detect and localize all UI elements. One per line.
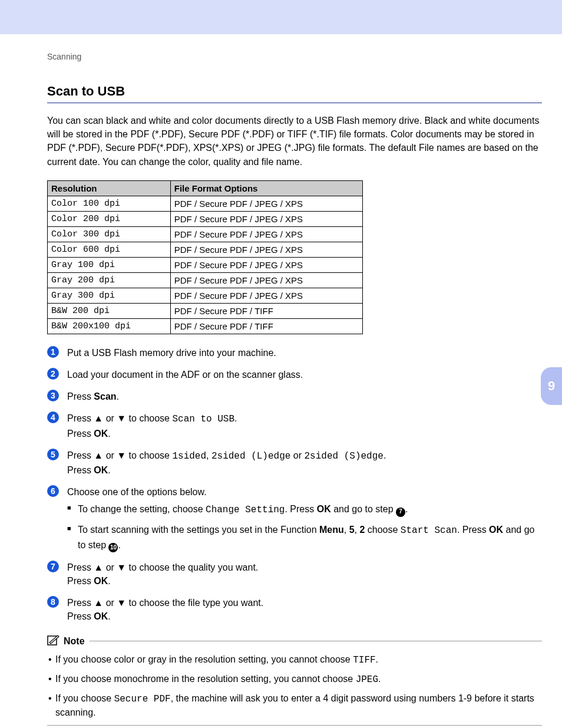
step-text: and go to step bbox=[331, 504, 396, 514]
step-6-option-b: To start scanning with the settings you … bbox=[67, 523, 542, 552]
up-arrow-icon: ▲ bbox=[94, 562, 103, 572]
step-text: Press bbox=[67, 465, 94, 475]
step-text: . bbox=[118, 540, 120, 550]
step-list: Put a USB Flash memory drive into your m… bbox=[47, 346, 542, 624]
step-text: or bbox=[103, 413, 117, 423]
step-text: . bbox=[108, 429, 110, 439]
note-text: . bbox=[378, 674, 381, 684]
note-list: If you choose color or gray in the resol… bbox=[47, 653, 542, 720]
note-item: If you choose Secure PDF, the machine wi… bbox=[47, 692, 542, 719]
note-text: If you choose monochrome in the resoluti… bbox=[55, 674, 356, 684]
step-text: or bbox=[103, 450, 117, 460]
content-area: Scan to USB You can scan black and white… bbox=[47, 84, 542, 728]
note-label: Note bbox=[64, 636, 85, 647]
step-text: . bbox=[108, 465, 110, 475]
format-name: JPEG bbox=[356, 674, 378, 685]
step-text: . bbox=[405, 504, 408, 514]
step-text: , bbox=[206, 450, 211, 460]
down-arrow-icon: ▼ bbox=[117, 562, 126, 572]
menu-option: Change Setting bbox=[206, 505, 285, 515]
step-text: . Press bbox=[457, 525, 489, 535]
step-text: to choose the file type you want. bbox=[126, 598, 263, 608]
page-title: Scan to USB bbox=[47, 84, 542, 103]
table-row: Color 200 dpiPDF / Secure PDF / JPEG / X… bbox=[48, 211, 363, 226]
step-6-options: To change the setting, choose Change Set… bbox=[67, 502, 542, 552]
resolution-cell: Color 100 dpi bbox=[48, 196, 171, 211]
step-7: Press ▲ or ▼ to choose the quality you w… bbox=[47, 561, 542, 588]
resolution-cell: B&W 200x100 dpi bbox=[48, 318, 171, 334]
step-text: Press bbox=[67, 562, 94, 572]
format-cell: PDF / Secure PDF / JPEG / XPS bbox=[170, 288, 362, 303]
note-text: If you choose color or gray in the resol… bbox=[55, 654, 353, 664]
step-text: or bbox=[103, 562, 117, 572]
format-cell: PDF / Secure PDF / TIFF bbox=[170, 318, 362, 334]
scan-key-label: Scan bbox=[94, 391, 116, 401]
note-text: . bbox=[376, 654, 378, 664]
step-text: Press bbox=[67, 413, 94, 423]
step-text: to choose the quality you want. bbox=[126, 562, 258, 572]
step-text: Press bbox=[67, 429, 94, 439]
table-row: Gray 200 dpiPDF / Secure PDF / JPEG / XP… bbox=[48, 272, 363, 288]
step-text: Put a USB Flash memory drive into your m… bbox=[67, 348, 276, 358]
note-heading: Note bbox=[47, 634, 542, 648]
step-text: To start scanning with the settings you … bbox=[78, 525, 319, 535]
resolution-cell: Gray 100 dpi bbox=[48, 257, 171, 272]
format-cell: PDF / Secure PDF / JPEG / XPS bbox=[170, 272, 362, 288]
chapter-tab: 9 bbox=[541, 367, 562, 405]
menu-key-label: Menu bbox=[319, 525, 344, 535]
step-text: . bbox=[384, 450, 386, 460]
note-item: If you choose monochrome in the resoluti… bbox=[47, 673, 542, 686]
step-1: Put a USB Flash memory drive into your m… bbox=[47, 346, 542, 360]
step-3: Press Scan. bbox=[47, 390, 542, 403]
step-text: Press bbox=[67, 611, 94, 621]
table-header-row: Resolution File Format Options bbox=[48, 180, 363, 196]
note-item: If you choose color or gray in the resol… bbox=[47, 653, 542, 667]
note-text: If you choose bbox=[55, 693, 114, 703]
table-row: Color 600 dpiPDF / Secure PDF / JPEG / X… bbox=[48, 242, 363, 257]
ok-key-label: OK bbox=[94, 465, 108, 475]
step-text: Load your document in the ADF or on the … bbox=[67, 370, 303, 380]
step-text: Press bbox=[67, 576, 94, 586]
format-cell: PDF / Secure PDF / TIFF bbox=[170, 303, 362, 318]
step-text: . bbox=[234, 413, 237, 423]
menu-option: 1sided bbox=[172, 451, 206, 462]
format-name: Secure PDF bbox=[114, 694, 171, 704]
menu-option: 2sided (S)edge bbox=[304, 451, 383, 462]
step-text: , bbox=[344, 525, 349, 535]
format-cell: PDF / Secure PDF / JPEG / XPS bbox=[170, 226, 362, 242]
format-cell: PDF / Secure PDF / JPEG / XPS bbox=[170, 211, 362, 226]
step-text: To change the setting, choose bbox=[78, 504, 206, 514]
menu-option: Scan to USB bbox=[172, 414, 234, 424]
step-text: . bbox=[108, 576, 110, 586]
step-ref-icon: 7 bbox=[396, 508, 405, 517]
resolution-cell: Color 200 dpi bbox=[48, 211, 171, 226]
note-icon bbox=[47, 634, 60, 648]
table-row: Gray 300 dpiPDF / Secure PDF / JPEG / XP… bbox=[48, 288, 363, 303]
resolution-cell: Color 600 dpi bbox=[48, 242, 171, 257]
menu-option: Start Scan bbox=[401, 525, 457, 536]
step-text: . Press bbox=[285, 504, 316, 514]
down-arrow-icon: ▼ bbox=[117, 598, 126, 608]
table-row: Color 100 dpiPDF / Secure PDF / JPEG / X… bbox=[48, 196, 363, 211]
step-text: to choose bbox=[126, 413, 172, 423]
resolution-cell: Gray 200 dpi bbox=[48, 272, 171, 288]
up-arrow-icon: ▲ bbox=[94, 450, 103, 460]
table-row: Gray 100 dpiPDF / Secure PDF / JPEG / XP… bbox=[48, 257, 363, 272]
step-ref-icon: 10 bbox=[108, 543, 118, 552]
note-rule bbox=[90, 641, 542, 641]
step-text: to choose bbox=[126, 450, 172, 460]
resolution-cell: Gray 300 dpi bbox=[48, 288, 171, 303]
format-cell: PDF / Secure PDF / JPEG / XPS bbox=[170, 257, 362, 272]
step-6: Choose one of the options below. To chan… bbox=[47, 485, 542, 552]
table-row: B&W 200x100 dpiPDF / Secure PDF / TIFF bbox=[48, 318, 363, 334]
intro-paragraph: You can scan black and white and color d… bbox=[47, 114, 542, 169]
breadcrumb: Scanning bbox=[47, 52, 541, 61]
ok-key-label: OK bbox=[489, 525, 503, 535]
step-text: Press bbox=[67, 598, 94, 608]
step-text-prefix: Press bbox=[67, 391, 94, 401]
step-text-suffix: . bbox=[117, 391, 119, 401]
up-arrow-icon: ▲ bbox=[94, 598, 103, 608]
step-text: or bbox=[290, 450, 304, 460]
step-text: choose bbox=[365, 525, 400, 535]
table-header-resolution: Resolution bbox=[48, 180, 171, 196]
